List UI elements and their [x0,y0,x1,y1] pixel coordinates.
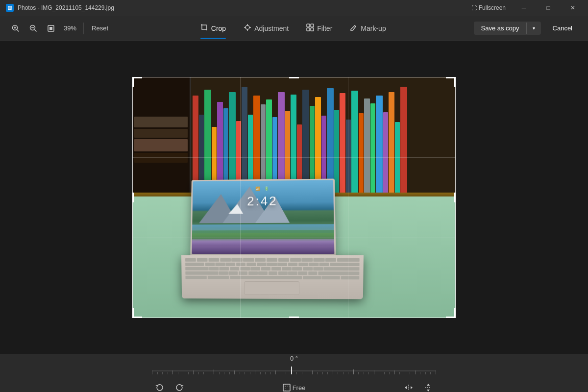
maximize-button[interactable]: □ [537,0,560,16]
rotate-right-button[interactable] [172,380,187,392]
reset-button[interactable]: Reset [88,23,112,34]
zoom-in-button[interactable] [8,21,24,36]
titlebar-controls: ⛶ Fullscreen ─ □ ✕ [466,0,584,16]
toolbar-divider [83,23,84,34]
filter-icon [306,24,314,33]
fullscreen-label: Fullscreen [479,4,506,11]
app-icon: 🖼 [6,4,14,12]
titlebar-left: 🖼 Photos - IMG_20211105_144229.jpg [6,4,114,12]
svg-rect-15 [311,24,314,27]
bottom-tools-left [152,380,187,392]
tab-filter[interactable]: Filter [298,21,340,36]
flip-horizontal-button[interactable] [401,380,416,392]
adjustment-icon [244,24,251,33]
tab-adjustment-label: Adjustment [254,24,289,32]
rotate-left-button[interactable] [152,380,168,392]
bottom-tools: Free [152,380,436,392]
crop-icon [200,24,208,33]
ruler-track [152,370,436,371]
tab-markup[interactable]: Mark-up [342,21,393,36]
save-copy-dropdown-arrow[interactable]: ▾ [526,23,541,34]
svg-rect-16 [307,28,310,31]
fit-button[interactable] [43,21,59,36]
svg-rect-8 [49,27,52,30]
toolbar: 39% Reset Crop A [0,16,588,41]
angle-slider-container [152,366,436,376]
svg-point-9 [245,25,249,29]
cancel-button[interactable]: Cancel [545,22,580,35]
svg-rect-18 [283,384,290,391]
free-ratio-button[interactable]: Free [279,382,310,392]
toolbar-left: 39% Reset [8,21,112,36]
svg-line-1 [17,29,19,31]
toolbar-right: Save as copy ▾ Cancel [474,22,580,35]
titlebar-title: Photos - IMG_20211105_144229.jpg [18,4,114,11]
tab-markup-label: Mark-up [361,24,386,32]
tab-filter-label: Filter [317,24,332,32]
zoom-level: 39% [61,24,79,32]
tab-crop[interactable]: Crop [193,21,234,36]
angle-display: 0 ° [290,355,298,362]
angle-ruler[interactable] [152,366,436,376]
bottom-controls: 0 ° [0,354,588,392]
save-as-copy-label[interactable]: Save as copy [474,22,526,35]
free-label-text: Free [293,384,306,392]
zoom-out-button[interactable] [25,21,41,36]
flip-vertical-button[interactable] [420,380,436,392]
photo-container[interactable]: 2:42 📶🔋 [132,77,456,318]
titlebar: 🖼 Photos - IMG_20211105_144229.jpg ⛶ Ful… [0,0,588,16]
fullscreen-button[interactable]: ⛶ Fullscreen [466,2,511,13]
markup-icon [350,24,358,33]
tab-adjustment[interactable]: Adjustment [236,21,296,36]
svg-line-5 [35,29,37,31]
toolbar-tabs: Crop Adjustment [116,21,470,36]
canvas-area: 2:42 📶🔋 [0,41,588,354]
svg-rect-17 [311,28,314,31]
bottom-tools-right [401,380,436,392]
close-button[interactable]: ✕ [562,0,584,16]
fullscreen-icon: ⛶ [471,5,477,11]
tab-crop-label: Crop [211,24,226,32]
minimize-button[interactable]: ─ [513,0,535,16]
save-as-copy-button[interactable]: Save as copy ▾ [474,22,540,35]
svg-rect-14 [307,24,310,27]
photo-image: 2:42 📶🔋 [132,77,456,318]
